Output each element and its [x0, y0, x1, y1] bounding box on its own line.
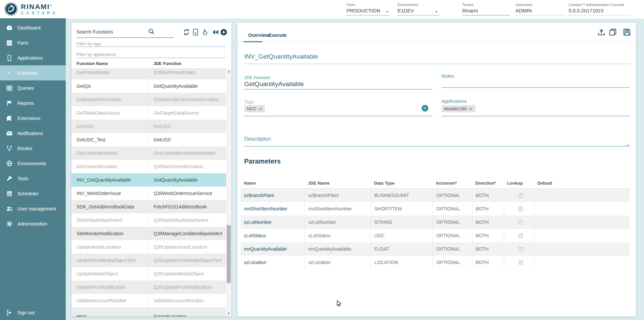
- tab-execute[interactable]: Execute: [269, 33, 287, 38]
- sidebar-item-queries[interactable]: Queries: [0, 80, 66, 95]
- parameters-table-header: Name JDE Name Data Type Inclusion* Direc…: [240, 178, 630, 189]
- function-row[interactable]: GetQAGetQuantityAvailable: [71, 79, 226, 93]
- sidebar-item-tools[interactable]: Tools: [0, 171, 66, 186]
- function-row[interactable]: GetReportInformationQ35GetUBEVersionInfo…: [71, 93, 226, 106]
- filter-by-applications-input[interactable]: Filter by applications: [76, 52, 116, 57]
- search-icon[interactable]: [148, 28, 155, 36]
- product-name: CANTARA: [21, 11, 58, 15]
- parameter-row[interactable]: szBranchPlantszBranchPlantBUSINESSUNITOP…: [240, 189, 630, 202]
- environment-label: Environment: [397, 3, 439, 7]
- sidebar-item-user-management[interactable]: User management: [0, 201, 66, 216]
- jde-function-value[interactable]: GetQuantityAvailable: [244, 80, 304, 88]
- function-row[interactable]: GetUDCGetUDC: [71, 120, 226, 133]
- table-grid-icon: [6, 85, 13, 91]
- lookup-checkbox[interactable]: [519, 234, 523, 238]
- search-functions-input[interactable]: Search Functions: [76, 29, 113, 35]
- tenant-label: Tenant: [462, 3, 510, 7]
- roles-label: Roles: [441, 73, 454, 79]
- rewind-icon[interactable]: [211, 28, 219, 36]
- sidebar-item-reports[interactable]: Reports: [0, 95, 66, 111]
- sidebar-item-farm[interactable]: Farm: [0, 35, 66, 50]
- duplicate-icon[interactable]: [608, 28, 617, 37]
- cantara-admin-console: RINAMI® CANTARA Farm PRODUCTION ▼ Enviro…: [0, 0, 644, 320]
- remove-application-icon[interactable]: [469, 107, 473, 111]
- tenant-field[interactable]: Tenant Rinami: [462, 3, 510, 13]
- sign-out-button[interactable]: Sign out: [0, 305, 66, 320]
- function-row[interactable]: GetPeriodDatesQ35GetPeriodDates: [71, 69, 226, 79]
- roles-input[interactable]: [441, 87, 630, 88]
- brand-name: RINAMI®: [21, 3, 58, 10]
- function-row[interactable]: GetUserAddressNoGetUserAddressBookNumber: [71, 146, 226, 160]
- function-row[interactable]: GetUserInformationQ35GetUserInformation: [71, 160, 226, 173]
- scroll-down-arrow[interactable]: ▼: [226, 311, 231, 316]
- sidebar-item-applications[interactable]: Applications: [0, 50, 66, 65]
- parameter-row[interactable]: mnQuantityAvailablemnQuantityAvailableFL…: [240, 242, 630, 256]
- description-input[interactable]: [244, 146, 630, 146]
- function-row[interactable]: SDK_GetAddressBookDataFetchF0101AddressB…: [71, 200, 226, 213]
- parameter-row[interactable]: szLotNumberszLotNumberSTRINGOPTIONALBOTH: [240, 215, 630, 229]
- export-excel-icon[interactable]: x: [192, 28, 200, 36]
- wrench-icon: [6, 175, 13, 182]
- envelope-icon: [6, 130, 13, 137]
- function-name-title[interactable]: INV_GetQuantityAvailable: [244, 53, 318, 60]
- function-row-selected[interactable]: INV_GetQuantityAvailableGetQuantityAvail…: [71, 173, 226, 187]
- function-list-scrollbar[interactable]: ▲ ▼: [226, 69, 231, 317]
- save-icon[interactable]: [623, 28, 631, 37]
- parameter-row[interactable]: mnShortItemNumbermnShortItemNumberSHORTI…: [240, 202, 630, 215]
- environment-select[interactable]: Environment E1DEV ▼: [397, 3, 439, 13]
- parameters-heading: Parameters: [244, 157, 281, 165]
- scroll-up-arrow[interactable]: ▲: [226, 69, 231, 74]
- scrollbar-thumb[interactable]: [227, 225, 231, 283]
- sidebar-item-environments[interactable]: Environments: [0, 156, 66, 171]
- function-row[interactable]: GetTableDataSourceGetTargetDataSource: [71, 106, 226, 120]
- tag-chip-ncc[interactable]: NCC: [244, 105, 265, 112]
- chevron-down-icon[interactable]: ▼: [386, 10, 389, 13]
- tab-overview[interactable]: Overview: [248, 33, 269, 38]
- sidebar-item-scheduler[interactable]: Scheduler: [0, 186, 66, 201]
- sidebar-item-routes[interactable]: Routes: [0, 141, 66, 156]
- top-header: RINAMI® CANTARA Farm PRODUCTION ▼ Enviro…: [0, 0, 644, 19]
- sidebar-item-extensions[interactable]: Extensions: [0, 111, 66, 126]
- function-row[interactable]: GetUDC_TestGetUDC: [71, 133, 226, 146]
- add-tag-button[interactable]: +: [422, 105, 428, 112]
- upload-icon[interactable]: [597, 28, 606, 37]
- function-row[interactable]: UpdateMediaObjectQ35UpdateMediaObject: [71, 267, 226, 280]
- lookup-checkbox[interactable]: [519, 207, 523, 211]
- function-row[interactable]: UpdateAssetLocationQ35UpdateAssetLocatio…: [71, 240, 226, 254]
- parameter-row[interactable]: szLocationszLocationLOCATIONOPTIONALBOTH: [240, 256, 630, 269]
- jde-function-label: JDE Function: [244, 75, 270, 80]
- farm-select[interactable]: Farm PRODUCTION ▼: [346, 3, 390, 13]
- function-row[interactable]: INV_WorkOrderIssueQ35WorkOrderIssueServi…: [71, 187, 226, 200]
- function-row[interactable]: SetDefaultAttachmentQ35SetDefaultAttachm…: [71, 213, 226, 227]
- add-circle-icon[interactable]: [220, 28, 228, 36]
- function-row[interactable]: UpdatePushNotificationQ35UpdatePushNotif…: [71, 280, 226, 294]
- chevron-down-icon[interactable]: ▼: [435, 10, 438, 13]
- calendar-icon: [6, 190, 13, 197]
- applications-label: Applications: [441, 99, 467, 104]
- title-underline: [244, 64, 630, 64]
- function-row[interactable]: SiteMonitorNotificationQ35ManageConditio…: [71, 227, 226, 240]
- dashboard-gauge-icon: [6, 24, 13, 31]
- sidebar-item-notifications[interactable]: Notifications: [0, 126, 66, 141]
- sidebar-item-administration[interactable]: Administration: [0, 216, 66, 231]
- resize-handle-icon[interactable]: [626, 142, 630, 148]
- sidebar-item-functions[interactable]: >_ Functions: [0, 65, 66, 80]
- parameter-row[interactable]: cLotStatuscLotStatusUDCOPTIONALBOTH: [240, 229, 630, 242]
- username-label: Username: [516, 3, 565, 7]
- remove-tag-icon[interactable]: [259, 107, 262, 111]
- lookup-checkbox[interactable]: [519, 247, 523, 251]
- filter-by-tags-input[interactable]: Filter by tags: [76, 41, 101, 46]
- refresh-icon[interactable]: [182, 28, 191, 36]
- hand-pointer-icon[interactable]: [201, 28, 209, 36]
- sidebar-item-dashboard[interactable]: Dashboard: [0, 20, 66, 35]
- application-chip-mobilecam[interactable]: MobileCAM: [441, 105, 475, 112]
- rinami-logo-mark: [4, 2, 18, 16]
- lookup-checkbox[interactable]: [519, 220, 523, 225]
- lookup-checkbox[interactable]: [519, 260, 523, 265]
- active-tab-indicator: [244, 41, 262, 42]
- function-row[interactable]: ValidateAccountNumberValidateAccountNumb…: [71, 294, 226, 307]
- console-version-value: 5.0.0.20171023: [569, 8, 631, 13]
- lookup-checkbox[interactable]: [519, 193, 523, 198]
- function-row[interactable]: elmoFormatLocation: [71, 307, 226, 317]
- function-row[interactable]: UpdateFirstMediaObjectTextQ35UpdateFirst…: [71, 254, 226, 267]
